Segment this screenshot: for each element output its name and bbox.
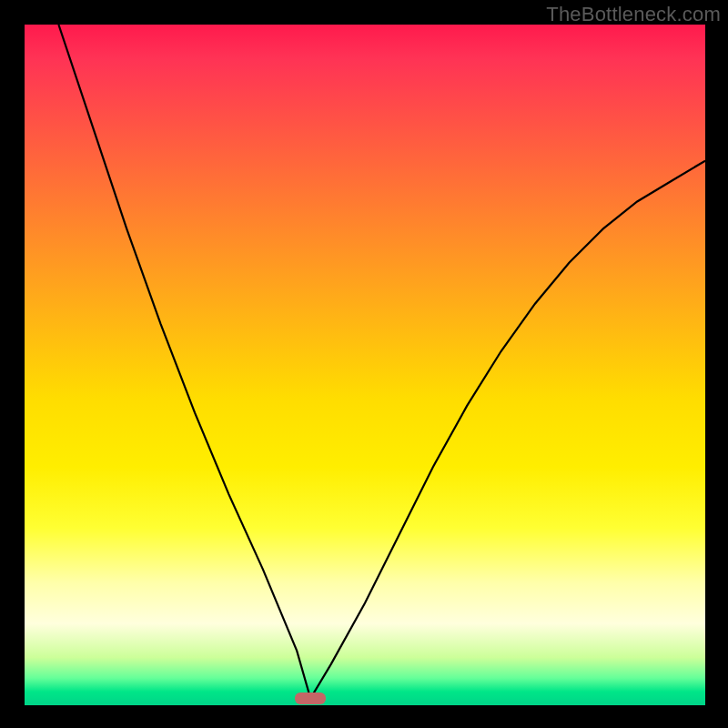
bottleneck-curve xyxy=(25,25,705,705)
watermark-text: TheBottleneck.com xyxy=(546,3,721,26)
chart-container: TheBottleneck.com xyxy=(0,0,728,728)
minimum-marker xyxy=(295,693,326,704)
plot-area xyxy=(25,25,705,705)
